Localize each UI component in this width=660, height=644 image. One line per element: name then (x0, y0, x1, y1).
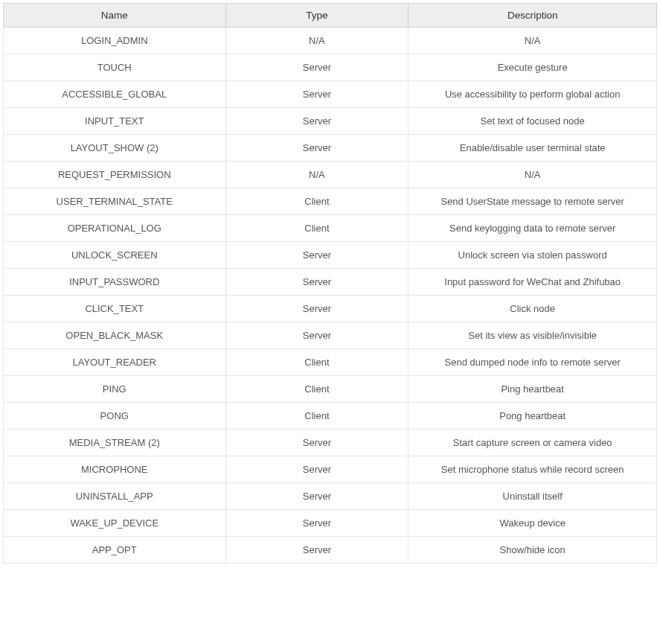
table-row: CLICK_TEXTServerClick node (4, 296, 657, 322)
cell-description: Click node (409, 296, 657, 322)
table-row: LAYOUT_SHOW (2)ServerEnable/disable user… (4, 135, 657, 162)
cell-description: Uninstall itself (409, 483, 657, 510)
cell-type: Server (225, 510, 409, 537)
cell-name: UNLOCK_SCREEN (4, 242, 226, 269)
cell-type: Server (225, 81, 409, 108)
table-row: OPERATIONAL_LOGClientSend keylogging dat… (4, 215, 657, 242)
cell-description: Send keylogging data to remote server (409, 215, 657, 242)
table-row: INPUT_TEXTServerSet text of focused node (4, 108, 657, 135)
cell-type: Client (225, 376, 409, 403)
cell-description: Ping heartbeat (409, 376, 657, 403)
table-row: UNINSTALL_APPServerUninstall itself (4, 483, 657, 510)
table-row: UNLOCK_SCREENServerUnlock screen via sto… (4, 242, 657, 269)
cell-type: Server (225, 135, 409, 162)
table-row: LOGIN_ADMINN/AN/A (4, 28, 657, 54)
cell-description: Set its view as visible/invisible (409, 322, 657, 349)
table-header-row: Name Type Description (4, 4, 657, 28)
cell-type: Server (225, 483, 409, 510)
cell-type: N/A (225, 162, 409, 188)
table-row: PONGClientPong heartbeat (4, 403, 657, 430)
cell-type: Server (225, 54, 409, 81)
cell-name: LAYOUT_READER (4, 349, 226, 376)
cell-name: APP_OPT (4, 537, 226, 564)
cell-description: Pong heartbeat (409, 403, 657, 430)
cell-type: Server (225, 322, 409, 349)
table-row: TOUCHServerExecute gesture (4, 54, 657, 81)
cell-type: Client (225, 215, 409, 242)
cell-name: USER_TERMINAL_STATE (4, 188, 226, 215)
table-row: ACCESSIBLE_GLOBALServerUse accessibility… (4, 81, 657, 108)
cell-description: Unlock screen via stolen password (409, 242, 657, 269)
cell-description: Send UserState message to remote server (409, 188, 657, 215)
table-row: USER_TERMINAL_STATEClientSend UserState … (4, 188, 657, 215)
cell-name: LAYOUT_SHOW (2) (4, 135, 226, 162)
cell-description: Input password for WeChat and Zhifubao (409, 269, 657, 296)
cell-name: REQUEST_PERMISSION (4, 162, 226, 188)
commands-table: Name Type Description LOGIN_ADMINN/AN/AT… (3, 3, 657, 564)
cell-type: Server (225, 269, 409, 296)
table-row: MEDIA_STREAM (2)ServerStart capture scre… (4, 430, 657, 456)
cell-description: Wakeup device (409, 510, 657, 537)
cell-description: Enable/disable user terminal state (409, 135, 657, 162)
cell-description: Show/hide icon (409, 537, 657, 564)
cell-description: Set text of focused node (409, 108, 657, 135)
cell-description: Send dumped node info to remote server (409, 349, 657, 376)
cell-description: N/A (409, 28, 657, 54)
cell-name: ACCESSIBLE_GLOBAL (4, 81, 226, 108)
table-row: LAYOUT_READERClientSend dumped node info… (4, 349, 657, 376)
cell-type: Server (225, 296, 409, 322)
col-header-name: Name (4, 4, 226, 28)
cell-name: LOGIN_ADMIN (4, 28, 226, 54)
cell-description: Start capture screen or camera video (409, 430, 657, 456)
col-header-type: Type (225, 4, 409, 28)
table-row: PINGClientPing heartbeat (4, 376, 657, 403)
cell-name: MICROPHONE (4, 456, 226, 483)
cell-name: OPERATIONAL_LOG (4, 215, 226, 242)
cell-name: PING (4, 376, 226, 403)
cell-description: Execute gesture (409, 54, 657, 81)
cell-type: Client (225, 188, 409, 215)
cell-name: PONG (4, 403, 226, 430)
cell-type: Client (225, 403, 409, 430)
table-row: OPEN_BLACK_MASKServerSet its view as vis… (4, 322, 657, 349)
cell-description: N/A (409, 162, 657, 188)
cell-description: Use accessibility to perform global acti… (409, 81, 657, 108)
cell-name: WAKE_UP_DEVICE (4, 510, 226, 537)
table-row: APP_OPTServerShow/hide icon (4, 537, 657, 564)
cell-description: Set microphone status while record scree… (409, 456, 657, 483)
table-row: WAKE_UP_DEVICEServerWakeup device (4, 510, 657, 537)
table-row: INPUT_PASSWORDServerInput password for W… (4, 269, 657, 296)
cell-name: INPUT_PASSWORD (4, 269, 226, 296)
table-row: MICROPHONEServerSet microphone status wh… (4, 456, 657, 483)
cell-name: TOUCH (4, 54, 226, 81)
cell-name: MEDIA_STREAM (2) (4, 430, 226, 456)
cell-type: Server (225, 242, 409, 269)
table-row: REQUEST_PERMISSIONN/AN/A (4, 162, 657, 188)
cell-name: OPEN_BLACK_MASK (4, 322, 226, 349)
cell-type: Server (225, 108, 409, 135)
cell-name: UNINSTALL_APP (4, 483, 226, 510)
cell-type: Server (225, 456, 409, 483)
col-header-description: Description (409, 4, 657, 28)
cell-type: N/A (225, 28, 409, 54)
cell-type: Server (225, 430, 409, 456)
cell-name: CLICK_TEXT (4, 296, 226, 322)
cell-type: Server (225, 537, 409, 564)
cell-type: Client (225, 349, 409, 376)
cell-name: INPUT_TEXT (4, 108, 226, 135)
